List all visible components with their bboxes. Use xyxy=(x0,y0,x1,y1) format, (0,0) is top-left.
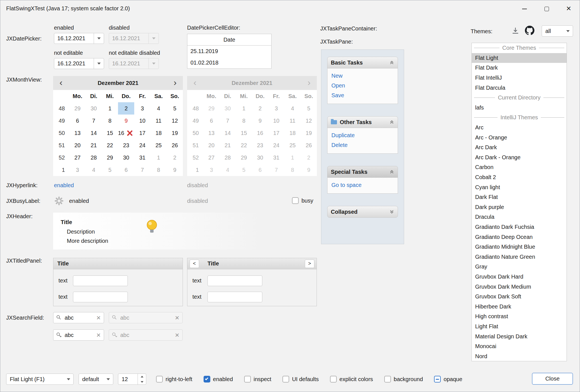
picker-dropdown-button[interactable] xyxy=(94,58,104,69)
checkbox-inspect[interactable]: inspect xyxy=(244,376,271,383)
day-cell[interactable]: 24 xyxy=(134,139,150,151)
checkbox-busy[interactable]: busy xyxy=(292,197,313,204)
day-cell[interactable]: 8 xyxy=(102,115,118,127)
picker-dropdown-button[interactable] xyxy=(94,33,104,44)
day-cell[interactable]: 9 xyxy=(118,115,134,127)
minimize-button[interactable] xyxy=(513,0,536,18)
date-value[interactable]: 16.12.2021 xyxy=(54,35,94,42)
checkbox-ui-defaults[interactable]: UI defaults xyxy=(282,376,319,383)
day-cell[interactable]: 3 xyxy=(134,102,150,115)
search-field[interactable]: abc× xyxy=(53,312,104,323)
panel-right-button[interactable]: > xyxy=(305,260,314,268)
task-link[interactable]: Duplicate xyxy=(327,130,398,140)
day-cell[interactable]: 19 xyxy=(167,127,183,139)
theme-list-item[interactable]: Gradianto Dark Fuchsia xyxy=(472,222,567,232)
theme-list-item[interactable]: Light Flat xyxy=(472,322,567,332)
day-cell[interactable]: 28 xyxy=(86,151,102,164)
theme-list-item[interactable]: Hiberbee Dark xyxy=(472,301,567,312)
theme-list-item[interactable]: Gruvbox Dark Soft xyxy=(472,292,567,302)
table-row[interactable]: 25.11.2019 xyxy=(187,46,271,57)
day-cell[interactable]: 7 xyxy=(86,115,102,127)
theme-list-item[interactable]: Arc xyxy=(472,123,567,133)
theme-list-item[interactable]: Arc Dark - Orange xyxy=(472,153,567,163)
theme-list-item[interactable]: Gruvbox Dark Hard xyxy=(472,272,567,282)
theme-list-item[interactable]: Flat IntelliJ xyxy=(472,73,567,83)
theme-list[interactable]: Core ThemesFlat LightFlat DarkFlat Intel… xyxy=(471,43,567,361)
prev-month-icon[interactable]: ‹ xyxy=(53,78,69,88)
theme-list-item[interactable]: Cyan light xyxy=(472,182,567,192)
day-cell[interactable]: 5 xyxy=(102,164,118,176)
download-icon[interactable] xyxy=(511,27,519,36)
collapse-icon[interactable] xyxy=(389,169,394,174)
task-pane-header[interactable]: Collapsed xyxy=(327,206,398,218)
theme-list-item[interactable]: Cobalt 2 xyxy=(472,172,567,182)
day-cell[interactable]: 15 xyxy=(102,127,118,139)
next-month-icon[interactable]: › xyxy=(167,78,183,88)
theme-list-item[interactable]: Nord xyxy=(472,351,567,361)
search-input-value[interactable]: abc xyxy=(62,332,96,338)
day-cell[interactable]: 5 xyxy=(167,102,183,115)
day-cell[interactable]: 10 xyxy=(134,115,150,127)
task-link[interactable]: Go to space xyxy=(327,180,398,190)
theme-list-item[interactable]: Flat Darcula xyxy=(472,83,567,93)
day-cell[interactable]: 4 xyxy=(150,102,167,115)
day-cell[interactable]: 6 xyxy=(118,164,134,176)
theme-list-item[interactable]: Arc - Orange xyxy=(472,132,567,142)
day-cell[interactable]: 6 xyxy=(69,115,86,127)
theme-list-item[interactable]: Gradianto Deep Ocean xyxy=(472,232,567,242)
theme-list-item[interactable]: Dracula xyxy=(472,212,567,222)
checkbox-right-to-left[interactable]: right-to-left xyxy=(156,376,192,383)
text-field[interactable] xyxy=(208,275,262,286)
checkbox-opaque[interactable]: opaque xyxy=(434,376,462,383)
task-pane-header[interactable]: Special Tasks xyxy=(327,166,398,178)
day-cell[interactable]: 13 xyxy=(69,127,86,139)
theme-list-item[interactable]: Dark purple xyxy=(472,202,567,212)
day-cell[interactable]: 26 xyxy=(167,139,183,151)
task-link[interactable]: New xyxy=(327,71,398,81)
search-field-with-menu[interactable]: abc× xyxy=(53,329,104,341)
theme-list-item[interactable]: Carbon xyxy=(472,162,567,172)
collapse-icon[interactable] xyxy=(389,60,394,65)
search-menu-icon[interactable] xyxy=(56,332,62,338)
clear-icon[interactable]: × xyxy=(96,331,101,339)
month-view-enabled[interactable]: ‹Dezember 2021›Mo.Di.Mi.Do.Fr.Sa.So.4829… xyxy=(53,76,183,176)
panel-left-button[interactable]: < xyxy=(190,260,199,268)
expand-icon[interactable] xyxy=(389,209,394,214)
task-link[interactable]: Delete xyxy=(327,140,398,150)
collapse-icon[interactable] xyxy=(389,120,394,125)
theme-list-item[interactable]: Gray xyxy=(472,262,567,272)
day-cell[interactable]: 21 xyxy=(86,139,102,151)
day-cell[interactable]: 20 xyxy=(69,139,86,151)
maximize-button[interactable] xyxy=(536,0,558,18)
laf-combobox[interactable]: Flat Light (F1) xyxy=(6,374,74,385)
font-combobox[interactable]: default xyxy=(79,374,113,385)
day-cell[interactable]: 25 xyxy=(150,139,167,151)
close-button[interactable]: Close xyxy=(532,373,573,385)
task-pane-header[interactable]: Other Tasks xyxy=(327,116,398,128)
day-cell[interactable]: 1 xyxy=(150,151,167,164)
text-field[interactable] xyxy=(73,292,128,302)
day-cell[interactable]: 16× xyxy=(118,127,134,139)
font-size-spinner[interactable]: 12 xyxy=(118,374,146,385)
day-cell[interactable]: 30 xyxy=(86,102,102,115)
theme-list-item[interactable]: Gradianto Nature Green xyxy=(472,252,567,262)
text-field[interactable] xyxy=(208,292,262,302)
checkbox-explicit-colors[interactable]: explicit colors xyxy=(330,376,373,383)
theme-list-item[interactable]: Flat Dark xyxy=(472,63,567,73)
day-cell[interactable]: 29 xyxy=(69,102,86,115)
theme-list-item[interactable]: Gruvbox Dark Medium xyxy=(472,282,567,292)
theme-list-item[interactable]: Gradianto Midnight Blue xyxy=(472,242,567,252)
checkbox-enabled[interactable]: enabled xyxy=(204,376,233,383)
day-cell[interactable]: 7 xyxy=(134,164,150,176)
theme-list-item[interactable]: Dark Flat xyxy=(472,192,567,202)
spinner-value[interactable]: 12 xyxy=(118,374,138,384)
day-cell[interactable]: 12 xyxy=(167,115,183,127)
day-cell[interactable]: 4 xyxy=(86,164,102,176)
theme-list-item[interactable]: Arc Dark xyxy=(472,142,567,153)
day-cell[interactable]: 2 xyxy=(118,102,134,115)
theme-list-item[interactable]: Material Design Dark xyxy=(472,331,567,341)
day-cell[interactable]: 11 xyxy=(150,115,167,127)
date-picker-enabled[interactable]: 16.12.2021 xyxy=(54,33,104,44)
day-cell[interactable]: 29 xyxy=(102,151,118,164)
clear-icon[interactable]: × xyxy=(96,314,101,321)
